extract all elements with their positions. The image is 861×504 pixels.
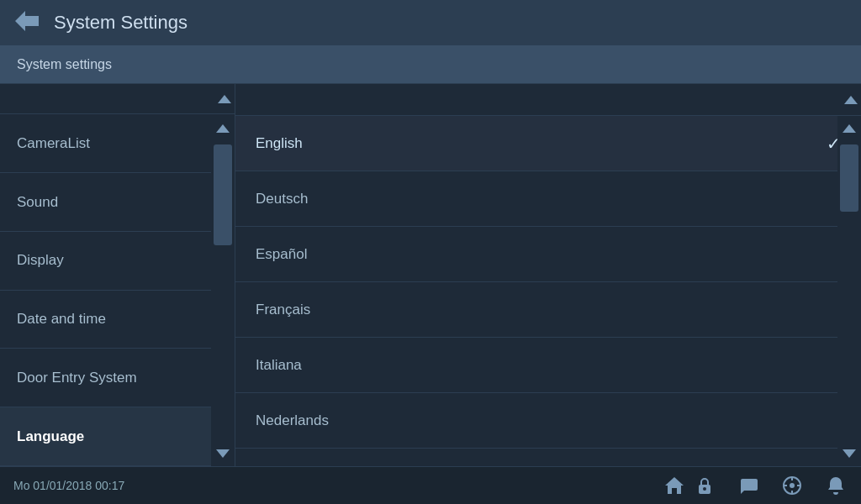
content-scrollbar	[837, 116, 861, 466]
language-item-francais[interactable]: Français	[235, 282, 861, 338]
sidebar-scroll-up-btn[interactable]	[218, 92, 231, 107]
content-area: English ✓ Deutsch Español Français Itali…	[235, 84, 861, 466]
content-scroll-up2-btn[interactable]	[837, 116, 861, 141]
sidebar-scroll-up2-btn[interactable]	[211, 116, 235, 141]
main-content: CameraList Sound Display Date and time D…	[0, 84, 861, 466]
lock-icon[interactable]	[693, 474, 716, 497]
system-settings-label: System settings	[17, 57, 112, 72]
page-title: System Settings	[54, 12, 188, 34]
sidebar-scroll-up-area	[0, 84, 235, 114]
sidebar-item-display[interactable]: Display	[0, 232, 235, 291]
header: System Settings	[0, 0, 861, 46]
bottom-icons	[693, 474, 848, 497]
back-button[interactable]	[13, 8, 40, 38]
bell-icon[interactable]	[824, 474, 848, 497]
sidebar-scrollbar	[211, 116, 235, 466]
language-list: English ✓ Deutsch Español Français Itali…	[235, 116, 861, 466]
sidebar: CameraList Sound Display Date and time D…	[0, 84, 235, 466]
svg-point-5	[790, 483, 795, 488]
content-scroll-thumb[interactable]	[840, 144, 858, 212]
language-item-italiana[interactable]: Italiana	[235, 338, 861, 393]
language-item-espanol[interactable]: Español	[235, 227, 861, 282]
content-scroll-up-btn[interactable]	[844, 92, 858, 108]
language-item-nederlands[interactable]: Nederlands	[235, 393, 861, 449]
system-settings-bar: System settings	[0, 46, 861, 84]
language-item-english[interactable]: English ✓	[235, 116, 861, 171]
sidebar-item-date-and-time[interactable]: Date and time	[0, 291, 235, 349]
chat-icon[interactable]	[737, 474, 760, 497]
svg-point-3	[703, 487, 706, 491]
content-scroll-up-area	[235, 84, 861, 116]
sidebar-item-language[interactable]: Language	[0, 407, 235, 466]
svg-marker-0	[15, 11, 39, 31]
language-item-deutsch[interactable]: Deutsch	[235, 171, 861, 227]
sidebar-item-door-entry-system[interactable]: Door Entry System	[0, 349, 235, 407]
datetime-display: Mo 01/01/2018 00:17	[13, 479, 663, 492]
sidebar-item-sound[interactable]: Sound	[0, 173, 235, 232]
home-icon[interactable]	[663, 474, 686, 497]
content-scroll-down-btn[interactable]	[837, 441, 861, 466]
sidebar-item-cameralist[interactable]: CameraList	[0, 114, 235, 173]
sidebar-scroll-thumb[interactable]	[214, 144, 232, 245]
settings-circle-icon[interactable]	[780, 474, 804, 497]
svg-marker-1	[665, 477, 684, 494]
sidebar-scroll-down-btn[interactable]	[211, 441, 235, 466]
bottom-bar: Mo 01/01/2018 00:17	[0, 466, 861, 504]
